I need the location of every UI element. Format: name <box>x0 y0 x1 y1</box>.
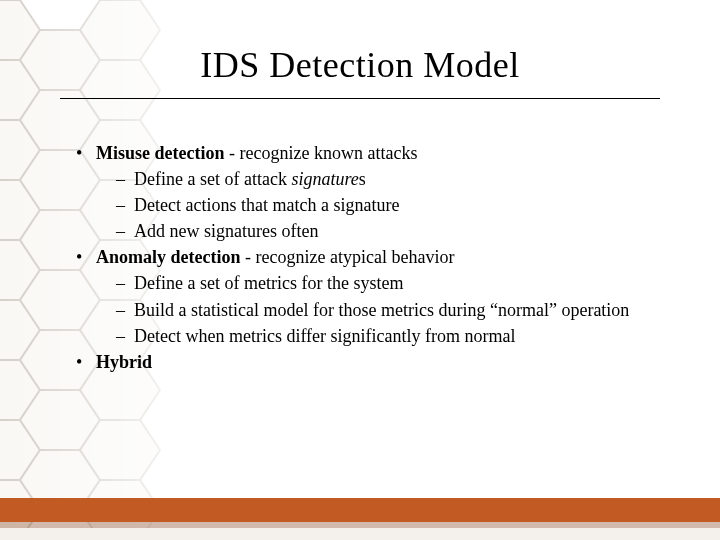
sub-text: Define a set of metrics for the system <box>134 273 403 293</box>
slide: IDS Detection Model Misuse detection - r… <box>0 0 720 540</box>
footer-accent-bar <box>0 498 720 522</box>
sub-text: Detect when metrics differ significantly… <box>134 326 516 346</box>
slide-title: IDS Detection Model <box>0 44 720 86</box>
sub-text: Add new signatures often <box>134 221 318 241</box>
bullet-bold: Misuse detection <box>96 143 224 163</box>
sub-text: Detect actions that match a signature <box>134 195 399 215</box>
svg-marker-7 <box>0 360 40 420</box>
svg-marker-6 <box>0 300 40 360</box>
footer-bar-shadow <box>0 522 720 528</box>
footer-background <box>0 528 720 540</box>
sub-item: Define a set of metrics for the system <box>110 270 660 296</box>
bullet-rest: - recognize known attacks <box>224 143 417 163</box>
slide-body: Misuse detection - recognize known attac… <box>70 140 660 375</box>
bullet-rest: - recognize atypical behavior <box>240 247 454 267</box>
sub-item: Detect when metrics differ significantly… <box>110 323 660 349</box>
svg-marker-4 <box>0 180 40 240</box>
sub-item: Add new signatures often <box>110 218 660 244</box>
sub-text: Define a set of attack <box>134 169 291 189</box>
svg-marker-5 <box>0 240 40 300</box>
svg-marker-3 <box>0 120 40 180</box>
bullet-misuse: Misuse detection - recognize known attac… <box>70 140 660 244</box>
bullet-bold: Anomaly detection <box>96 247 240 267</box>
bullet-hybrid: Hybrid <box>70 349 660 375</box>
sub-italic: signature <box>291 169 358 189</box>
svg-marker-8 <box>0 420 40 480</box>
sub-item: Define a set of attack signatures <box>110 166 660 192</box>
sub-text: s <box>359 169 366 189</box>
sub-item: Build a statistical model for those metr… <box>110 297 660 323</box>
bullet-anomaly: Anomaly detection - recognize atypical b… <box>70 244 660 348</box>
sub-item: Detect actions that match a signature <box>110 192 660 218</box>
bullet-bold: Hybrid <box>96 352 152 372</box>
title-underline <box>60 98 660 99</box>
svg-marker-16 <box>20 390 100 450</box>
sub-text: Build a statistical model for those metr… <box>134 300 629 320</box>
svg-marker-25 <box>80 420 160 480</box>
